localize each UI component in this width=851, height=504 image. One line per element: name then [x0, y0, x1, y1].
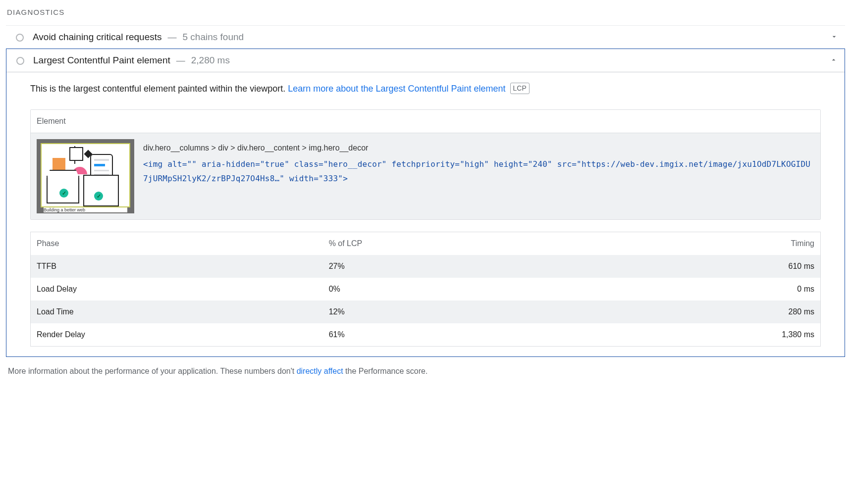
diagnostics-footnote: More information about the performance o… [8, 367, 845, 376]
col-timing: Timing [662, 232, 820, 255]
timing-cell: 1,380 ms [662, 323, 820, 347]
phase-cell: Load Delay [31, 278, 323, 301]
chevron-down-icon[interactable] [830, 33, 838, 42]
description-text: This is the largest contentful element p… [30, 84, 288, 94]
status-circle-icon [16, 34, 24, 42]
phase-breakdown-table: Phase % of LCP Timing TTFB 27% 610 ms Lo… [30, 232, 821, 347]
table-row: Load Delay 0% 0 ms [31, 278, 821, 301]
audit-toggle-row[interactable]: Largest Contentful Paint element — 2,280… [6, 49, 845, 72]
table-row: TTFB 27% 610 ms [31, 255, 821, 278]
lcp-badge: LCP [510, 83, 530, 94]
dom-path[interactable]: div.hero__columns > div > div.hero__cont… [143, 141, 814, 155]
pct-cell: 61% [323, 323, 663, 347]
timing-cell: 280 ms [662, 301, 820, 323]
element-table-header: Element [31, 110, 820, 133]
timing-cell: 0 ms [662, 278, 820, 301]
phase-cell: Load Time [31, 301, 323, 323]
html-snippet[interactable]: <img alt="" aria-hidden="true" class="he… [143, 157, 814, 186]
audit-title: Largest Contentful Paint element [33, 55, 170, 66]
hero-illustration-icon [42, 144, 129, 206]
table-row: Load Time 12% 280 ms [31, 301, 821, 323]
diagnostics-section-header: DIAGNOSTICS [7, 8, 845, 16]
audit-body: This is the largest contentful element p… [6, 72, 845, 356]
audit-meta: 5 chains found [183, 32, 244, 43]
element-thumbnail[interactable]: Building a better web [37, 139, 134, 213]
col-phase: Phase [31, 232, 323, 255]
em-dash-separator: — [168, 32, 177, 43]
footnote-post: the Performance score. [343, 367, 428, 375]
audit-lcp-element: Largest Contentful Paint element — 2,280… [6, 49, 845, 357]
audit-critical-chains: Avoid chaining critical requests — 5 cha… [6, 25, 845, 49]
directly-affect-link[interactable]: directly affect [297, 367, 343, 375]
footnote-pre: More information about the performance o… [8, 367, 297, 375]
pct-cell: 27% [323, 255, 663, 278]
learn-more-link[interactable]: Learn more about the Largest Contentful … [288, 84, 505, 94]
audit-meta: 2,280 ms [191, 55, 230, 66]
col-pct: % of LCP [323, 232, 663, 255]
audit-description: This is the largest contentful element p… [30, 82, 821, 96]
element-table-body: Building a better web div.hero__columns … [31, 133, 820, 219]
audit-toggle-row[interactable]: Avoid chaining critical requests — 5 cha… [6, 26, 845, 49]
chevron-up-icon[interactable] [830, 56, 838, 65]
table-row: Render Delay 61% 1,380 ms [31, 323, 821, 347]
audit-label: Largest Contentful Paint element — 2,280… [33, 55, 821, 66]
phase-cell: Render Delay [31, 323, 323, 347]
phase-cell: TTFB [31, 255, 323, 278]
element-section: Element [30, 109, 821, 220]
audit-label: Avoid chaining critical requests — 5 cha… [33, 32, 821, 43]
status-circle-icon [16, 57, 24, 65]
thumbnail-caption: Building a better web [44, 207, 127, 212]
pct-cell: 12% [323, 301, 663, 323]
pct-cell: 0% [323, 278, 663, 301]
audit-title: Avoid chaining critical requests [33, 32, 162, 43]
thumbnail-image [41, 143, 130, 207]
element-paths: div.hero__columns > div > div.hero__cont… [143, 139, 814, 186]
timing-cell: 610 ms [662, 255, 820, 278]
em-dash-separator: — [176, 55, 185, 66]
table-header-row: Phase % of LCP Timing [31, 232, 821, 255]
